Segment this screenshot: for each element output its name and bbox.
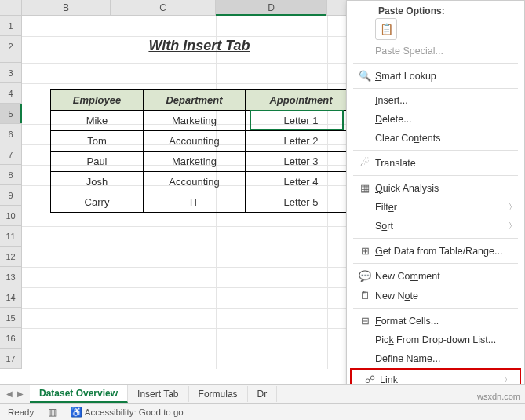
menu-separator — [353, 238, 518, 239]
row-header-6[interactable]: 6 — [0, 124, 22, 144]
table-row: TomAccountingLetter 2 — [51, 131, 357, 152]
menu-filter[interactable]: Filter〉 — [347, 198, 524, 217]
row-header-15[interactable]: 15 — [0, 308, 22, 328]
cell[interactable]: Accounting — [144, 131, 246, 152]
col-header-D[interactable]: D — [216, 0, 327, 15]
cell[interactable]: Letter 4 — [246, 172, 357, 192]
row-header-14[interactable]: 14 — [0, 287, 22, 308]
stats-icon[interactable]: ▥ — [48, 407, 57, 418]
header-employee[interactable]: Employee — [51, 90, 144, 111]
menu-separator — [353, 263, 518, 264]
cell[interactable]: Letter 3 — [246, 152, 357, 172]
row-header-3[interactable]: 3 — [0, 63, 22, 83]
row-header-13[interactable]: 13 — [0, 267, 22, 287]
data-table: Employee Department Appointment MikeMark… — [50, 89, 357, 213]
quick-analysis-icon: ▦ — [355, 182, 375, 194]
context-menu: Paste Options: 📋 Paste Special... 🔍Smart… — [346, 0, 525, 395]
status-bar: Ready ▥ ♿ Accessibility: Good to go — [0, 403, 525, 420]
accessibility-icon: ♿ — [71, 407, 82, 418]
row-header-16[interactable]: 16 — [0, 328, 22, 349]
chevron-right-icon: 〉 — [509, 221, 516, 232]
table-icon: ⊞ — [355, 245, 375, 257]
cell[interactable]: Carry — [51, 192, 144, 213]
sheet-tab-formulas[interactable]: Formulas — [189, 386, 248, 402]
row-header-17[interactable]: 17 — [0, 349, 22, 369]
format-cells-icon: ⊟ — [355, 315, 375, 327]
cell[interactable]: Letter 5 — [246, 192, 357, 213]
sheet-tab-insert[interactable]: Insert Tab — [128, 386, 188, 402]
col-header-C[interactable]: C — [111, 0, 216, 15]
menu-sort[interactable]: Sort〉 — [347, 217, 524, 236]
menu-format-cells[interactable]: ⊟Format Cells... — [347, 311, 524, 331]
paste-button[interactable]: 📋 — [375, 18, 397, 40]
tab-nav: ◀ ▶ — [0, 389, 30, 398]
watermark: wsxdn.com — [477, 392, 520, 401]
table-row: CarryITLetter 5 — [51, 192, 357, 213]
clipboard-icon: 📋 — [380, 23, 393, 35]
menu-paste-special[interactable]: Paste Special... — [347, 42, 524, 60]
menu-pick-list[interactable]: Pick From Drop-down List... — [347, 331, 524, 349]
note-icon: 🗒 — [355, 290, 375, 301]
header-appointment[interactable]: Appointment — [246, 90, 357, 111]
translate-icon: ☄ — [355, 157, 375, 169]
menu-separator — [353, 175, 518, 176]
menu-translate[interactable]: ☄Translate — [347, 153, 524, 173]
select-all-corner[interactable] — [0, 0, 22, 15]
menu-quick-analysis[interactable]: ▦Quick Analysis — [347, 178, 524, 198]
menu-separator — [353, 88, 518, 89]
menu-new-comment[interactable]: 💬New Comment — [347, 266, 524, 286]
cell[interactable]: IT — [144, 192, 246, 213]
cell[interactable]: Letter 2 — [246, 131, 357, 152]
tab-next-icon[interactable]: ▶ — [17, 389, 24, 398]
cell[interactable]: Josh — [51, 172, 144, 192]
sheet-tab-bar: ◀ ▶ Dataset Overview Insert Tab Formulas… — [0, 384, 525, 403]
menu-clear-contents[interactable]: Clear Contents — [347, 129, 524, 148]
status-ready: Ready — [8, 407, 34, 417]
sheet-tab-overview[interactable]: Dataset Overview — [30, 385, 128, 403]
table-row: JoshAccountingLetter 4 — [51, 172, 357, 192]
col-header-B[interactable]: B — [22, 0, 111, 15]
cell[interactable]: Tom — [51, 131, 144, 152]
row-header-11[interactable]: 11 — [0, 226, 22, 247]
menu-smart-lookup[interactable]: 🔍Smart Lookup — [347, 66, 524, 86]
sheet-tab-dr[interactable]: Dr — [248, 386, 278, 402]
title-cell: With Insert Tab — [35, 38, 364, 54]
menu-delete[interactable]: Delete... — [347, 110, 524, 129]
header-department[interactable]: Department — [144, 90, 246, 111]
row-header-5[interactable]: 5 — [0, 104, 22, 124]
menu-separator — [353, 63, 518, 64]
tab-prev-icon[interactable]: ◀ — [6, 389, 13, 398]
row-headers: 1 2 3 4 5 6 7 8 9 10 11 12 13 14 15 16 1… — [0, 16, 22, 369]
menu-separator — [353, 150, 518, 151]
cell[interactable]: Mike — [51, 111, 144, 131]
menu-new-note[interactable]: 🗒New Note — [347, 286, 524, 305]
table-header-row: Employee Department Appointment — [51, 90, 357, 111]
status-accessibility: Accessibility: Good to go — [85, 407, 184, 417]
search-icon: 🔍 — [355, 70, 375, 82]
menu-get-data[interactable]: ⊞Get Data from Table/Range... — [347, 241, 524, 261]
menu-define-name[interactable]: Define Name... — [347, 349, 524, 368]
row-header-7[interactable]: 7 — [0, 144, 22, 165]
menu-separator — [353, 308, 518, 309]
row-header-12[interactable]: 12 — [0, 247, 22, 267]
cell[interactable]: Paul — [51, 152, 144, 172]
chevron-right-icon: 〉 — [509, 202, 516, 213]
row-header-8[interactable]: 8 — [0, 165, 22, 185]
row-header-9[interactable]: 9 — [0, 185, 22, 206]
row-header-2[interactable]: 2 — [0, 36, 22, 63]
menu-insert[interactable]: Insert... — [347, 91, 524, 110]
cell[interactable]: Letter 1 — [246, 111, 357, 131]
cell[interactable]: Marketing — [144, 111, 246, 131]
cell[interactable]: Marketing — [144, 152, 246, 172]
row-header-10[interactable]: 10 — [0, 206, 22, 226]
cell[interactable]: Accounting — [144, 172, 246, 192]
comment-icon: 💬 — [355, 270, 375, 282]
row-header-4[interactable]: 4 — [0, 83, 22, 104]
table-row: PaulMarketingLetter 3 — [51, 152, 357, 172]
table-row: MikeMarketingLetter 1 — [51, 111, 357, 131]
row-header-1[interactable]: 1 — [0, 16, 22, 36]
paste-options-heading: Paste Options: — [347, 4, 524, 18]
